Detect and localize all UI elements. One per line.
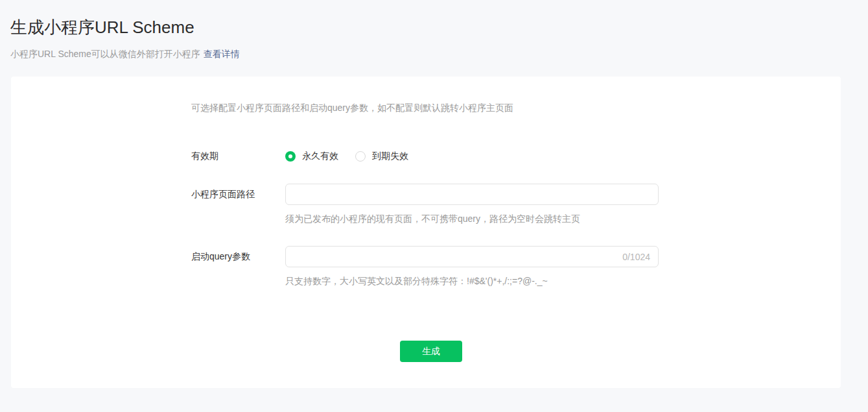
radio-option-expire-label: 到期失效	[372, 151, 408, 162]
path-input-wrap[interactable]	[285, 184, 659, 205]
query-row: 启动query参数 0/1024 只支持数字，大小写英文以及部分特殊字符：!#$…	[191, 246, 671, 287]
generate-button[interactable]: 生成	[400, 341, 462, 362]
form-card: 可选择配置小程序页面路径和启动query参数，如不配置则默认跳转小程序主页面 有…	[11, 77, 841, 388]
query-input-wrap[interactable]: 0/1024	[285, 246, 659, 267]
radio-option-permanent-label: 永久有效	[302, 151, 338, 162]
radio-unselected-icon[interactable]	[355, 151, 366, 162]
page-title: 生成小程序URL Scheme	[10, 16, 858, 38]
radio-option-permanent[interactable]: 永久有效	[285, 151, 338, 162]
query-help-text: 只支持数字，大小写英文以及部分特殊字符：!#$&'()*+,/:;=?@-._~	[285, 276, 671, 287]
form-description: 可选择配置小程序页面路径和启动query参数，如不配置则默认跳转小程序主页面	[191, 103, 671, 114]
validity-label: 有效期	[191, 151, 285, 162]
view-details-link[interactable]: 查看详情	[204, 49, 240, 59]
button-row: 生成	[191, 341, 671, 362]
path-help-text: 须为已发布的小程序的现有页面，不可携带query，路径为空时会跳转主页	[285, 213, 671, 224]
query-char-counter: 0/1024	[622, 252, 650, 262]
radio-option-expire[interactable]: 到期失效	[355, 151, 408, 162]
scheme-form: 可选择配置小程序页面路径和启动query参数，如不配置则默认跳转小程序主页面 有…	[191, 103, 671, 362]
path-label: 小程序页面路径	[191, 184, 285, 200]
page-subtitle: 小程序URL Scheme可以从微信外部打开小程序查看详情	[10, 47, 858, 60]
page-subtitle-text: 小程序URL Scheme可以从微信外部打开小程序	[10, 49, 200, 59]
validity-radio-group: 永久有效 到期失效	[285, 151, 671, 162]
path-row: 小程序页面路径 须为已发布的小程序的现有页面，不可携带query，路径为空时会跳…	[191, 184, 671, 224]
radio-selected-icon[interactable]	[285, 151, 296, 162]
path-input[interactable]	[294, 184, 650, 204]
query-label: 启动query参数	[191, 246, 285, 263]
page-header: 生成小程序URL Scheme 小程序URL Scheme可以从微信外部打开小程…	[0, 0, 868, 60]
validity-row: 有效期 永久有效 到期失效	[191, 150, 671, 163]
query-input[interactable]	[294, 247, 617, 267]
